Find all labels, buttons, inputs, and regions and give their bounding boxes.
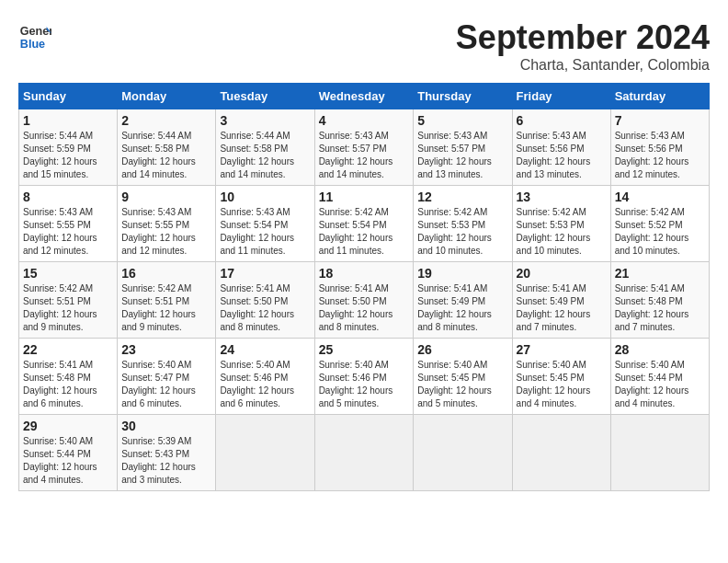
- table-row: 15 Sunrise: 5:42 AM Sunset: 5:51 PM Dayl…: [19, 262, 118, 339]
- svg-text:Blue: Blue: [20, 38, 45, 51]
- table-row: 1 Sunrise: 5:44 AM Sunset: 5:59 PM Dayli…: [19, 109, 118, 186]
- table-row: 25 Sunrise: 5:40 AM Sunset: 5:46 PM Dayl…: [314, 339, 414, 415]
- table-row: 5 Sunrise: 5:43 AM Sunset: 5:57 PM Dayli…: [414, 109, 512, 186]
- table-row: 10 Sunrise: 5:43 AM Sunset: 5:54 PM Dayl…: [216, 186, 314, 262]
- table-row: 17 Sunrise: 5:41 AM Sunset: 5:50 PM Dayl…: [216, 262, 314, 339]
- table-row: 24 Sunrise: 5:40 AM Sunset: 5:46 PM Dayl…: [216, 339, 314, 415]
- table-row: 13 Sunrise: 5:42 AM Sunset: 5:53 PM Dayl…: [512, 186, 610, 262]
- header-wednesday: Wednesday: [314, 84, 414, 109]
- month-title: September 2024: [456, 18, 710, 57]
- table-row: 8 Sunrise: 5:43 AM Sunset: 5:55 PM Dayli…: [19, 186, 118, 262]
- table-row: 12 Sunrise: 5:42 AM Sunset: 5:53 PM Dayl…: [414, 186, 512, 262]
- table-row: 6 Sunrise: 5:43 AM Sunset: 5:56 PM Dayli…: [512, 109, 610, 186]
- calendar-table: Sunday Monday Tuesday Wednesday Thursday…: [18, 83, 710, 491]
- page-header: General Blue September 2024 Charta, Sant…: [18, 18, 710, 74]
- logo-icon: General Blue: [18, 18, 51, 52]
- table-row: 16 Sunrise: 5:42 AM Sunset: 5:51 PM Dayl…: [118, 262, 216, 339]
- table-row: 21 Sunrise: 5:41 AM Sunset: 5:48 PM Dayl…: [610, 262, 709, 339]
- table-row: 4 Sunrise: 5:43 AM Sunset: 5:57 PM Dayli…: [314, 109, 414, 186]
- table-row: 2 Sunrise: 5:44 AM Sunset: 5:58 PM Dayli…: [118, 109, 216, 186]
- table-row: 23 Sunrise: 5:40 AM Sunset: 5:47 PM Dayl…: [118, 339, 216, 415]
- table-row: 3 Sunrise: 5:44 AM Sunset: 5:58 PM Dayli…: [216, 109, 314, 186]
- table-row: 11 Sunrise: 5:42 AM Sunset: 5:54 PM Dayl…: [314, 186, 414, 262]
- weekday-header-row: Sunday Monday Tuesday Wednesday Thursday…: [19, 84, 710, 109]
- table-row: [314, 415, 414, 491]
- header-saturday: Saturday: [610, 84, 709, 109]
- table-row: 9 Sunrise: 5:43 AM Sunset: 5:55 PM Dayli…: [118, 186, 216, 262]
- table-row: [216, 415, 314, 491]
- table-row: 26 Sunrise: 5:40 AM Sunset: 5:45 PM Dayl…: [414, 339, 512, 415]
- table-row: 14 Sunrise: 5:42 AM Sunset: 5:52 PM Dayl…: [610, 186, 709, 262]
- header-sunday: Sunday: [19, 84, 118, 109]
- table-row: 27 Sunrise: 5:40 AM Sunset: 5:45 PM Dayl…: [512, 339, 610, 415]
- header-friday: Friday: [512, 84, 610, 109]
- location-subtitle: Charta, Santander, Colombia: [456, 57, 710, 74]
- table-row: 7 Sunrise: 5:43 AM Sunset: 5:56 PM Dayli…: [610, 109, 709, 186]
- svg-text:General: General: [20, 25, 51, 38]
- title-area: September 2024 Charta, Santander, Colomb…: [456, 18, 710, 74]
- table-row: 19 Sunrise: 5:41 AM Sunset: 5:49 PM Dayl…: [414, 262, 512, 339]
- table-row: 22 Sunrise: 5:41 AM Sunset: 5:48 PM Dayl…: [19, 339, 118, 415]
- table-row: 28 Sunrise: 5:40 AM Sunset: 5:44 PM Dayl…: [610, 339, 709, 415]
- table-row: 20 Sunrise: 5:41 AM Sunset: 5:49 PM Dayl…: [512, 262, 610, 339]
- table-row: 30 Sunrise: 5:39 AM Sunset: 5:43 PM Dayl…: [118, 415, 216, 491]
- table-row: 29 Sunrise: 5:40 AM Sunset: 5:44 PM Dayl…: [19, 415, 118, 491]
- header-thursday: Thursday: [414, 84, 512, 109]
- table-row: [414, 415, 512, 491]
- logo: General Blue: [18, 18, 51, 52]
- table-row: [610, 415, 709, 491]
- header-tuesday: Tuesday: [216, 84, 314, 109]
- table-row: 18 Sunrise: 5:41 AM Sunset: 5:50 PM Dayl…: [314, 262, 414, 339]
- header-monday: Monday: [118, 84, 216, 109]
- table-row: [512, 415, 610, 491]
